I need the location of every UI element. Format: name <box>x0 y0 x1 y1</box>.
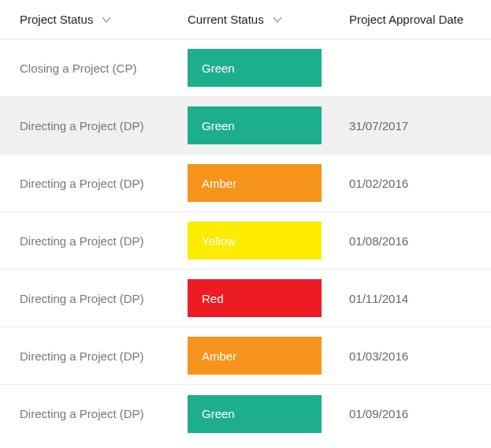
status-badge: Amber <box>188 337 322 375</box>
cell-current-status: Green <box>188 395 349 433</box>
cell-current-status: Yellow <box>188 222 349 259</box>
table-row[interactable]: Directing a Project (DP)Green31/07/2017 <box>0 97 491 155</box>
table-row[interactable]: Directing a Project (DP)Red01/11/2014 <box>0 270 491 327</box>
cell-current-status: Red <box>188 279 349 317</box>
cell-project-status: Directing a Project (DP) <box>20 407 188 420</box>
cell-project-status: Directing a Project (DP) <box>20 177 188 190</box>
status-badge: Red <box>188 279 322 317</box>
table-row[interactable]: Directing a Project (DP)Green01/09/2016 <box>0 385 491 442</box>
status-badge: Green <box>188 395 322 433</box>
chevron-down-icon <box>272 14 283 25</box>
table-row[interactable]: Directing a Project (DP)Amber01/03/2016 <box>0 327 491 385</box>
cell-project-status: Closing a Project (CP) <box>20 62 188 75</box>
header-project-status[interactable]: Project Status <box>20 13 188 26</box>
cell-current-status: Amber <box>188 164 349 202</box>
cell-approval-date: 31/07/2017 <box>349 119 483 133</box>
cell-current-status: Green <box>188 49 349 87</box>
header-current-status-label: Current Status <box>188 13 264 26</box>
status-badge: Amber <box>188 164 322 202</box>
cell-project-status: Directing a Project (DP) <box>20 349 188 363</box>
cell-approval-date: 01/11/2014 <box>349 292 483 305</box>
cell-project-status: Directing a Project (DP) <box>20 234 188 248</box>
chevron-down-icon <box>101 14 112 25</box>
cell-project-status: Directing a Project (DP) <box>20 292 188 305</box>
project-table: Project Status Current Status Project Ap… <box>0 0 491 442</box>
table-header-row: Project Status Current Status Project Ap… <box>0 0 491 39</box>
header-approval-date[interactable]: Project Approval Date <box>349 13 483 26</box>
status-badge: Green <box>188 49 322 87</box>
header-current-status[interactable]: Current Status <box>188 13 349 26</box>
cell-approval-date: 01/09/2016 <box>349 407 483 420</box>
cell-approval-date: 01/03/2016 <box>349 349 483 363</box>
header-approval-date-label: Project Approval Date <box>349 13 463 26</box>
table-row[interactable]: Directing a Project (DP)Amber01/02/2016 <box>0 155 491 212</box>
cell-current-status: Amber <box>188 337 349 375</box>
table-row[interactable]: Closing a Project (CP)Green <box>0 39 491 97</box>
header-project-status-label: Project Status <box>20 13 93 26</box>
cell-approval-date: 01/08/2016 <box>349 234 483 248</box>
status-badge: Yellow <box>188 222 322 259</box>
table-body: Closing a Project (CP)GreenDirecting a P… <box>0 39 491 442</box>
table-row[interactable]: Directing a Project (DP)Yellow01/08/2016 <box>0 212 491 270</box>
cell-approval-date: 01/02/2016 <box>349 177 483 190</box>
status-badge: Green <box>188 106 322 144</box>
cell-project-status: Directing a Project (DP) <box>20 119 188 133</box>
cell-current-status: Green <box>188 106 349 144</box>
